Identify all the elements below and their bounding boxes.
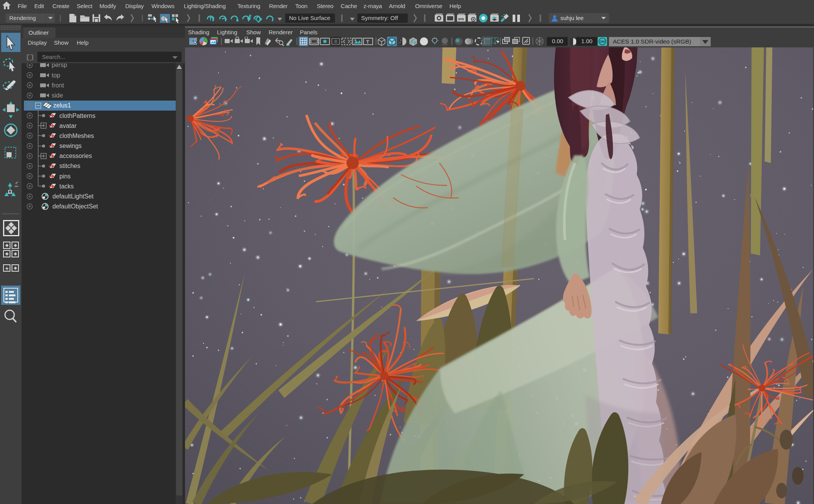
svg-text:defaultObjectSet: defaultObjectSet <box>52 203 98 210</box>
svg-text:ACES 1.0 SDR-video (sRGB): ACES 1.0 SDR-video (sRGB) <box>613 38 691 45</box>
svg-text:pins: pins <box>59 173 71 180</box>
svg-text:IPR: IPR <box>458 17 464 21</box>
svg-text:defaultLightSet: defaultLightSet <box>52 193 94 200</box>
svg-text:ON: ON <box>600 40 605 44</box>
svg-text:stitches: stitches <box>59 163 80 169</box>
svg-text:tacks: tacks <box>59 183 74 190</box>
svg-text:1.00: 1.00 <box>581 38 592 44</box>
svg-text:T: T <box>366 39 369 45</box>
svg-text:zelus1: zelus1 <box>53 102 71 109</box>
svg-text:top: top <box>52 72 60 79</box>
svg-text:clothMeshes: clothMeshes <box>59 133 94 139</box>
svg-text:side: side <box>52 92 63 99</box>
svg-text:front: front <box>52 82 64 89</box>
svg-text:avatar: avatar <box>59 123 77 129</box>
svg-text:persp: persp <box>52 63 67 68</box>
svg-text:clothPatterns: clothPatterns <box>59 113 95 119</box>
svg-text:0.00: 0.00 <box>552 38 563 44</box>
svg-text:accessories: accessories <box>59 153 92 159</box>
svg-text:sewings: sewings <box>59 143 82 149</box>
